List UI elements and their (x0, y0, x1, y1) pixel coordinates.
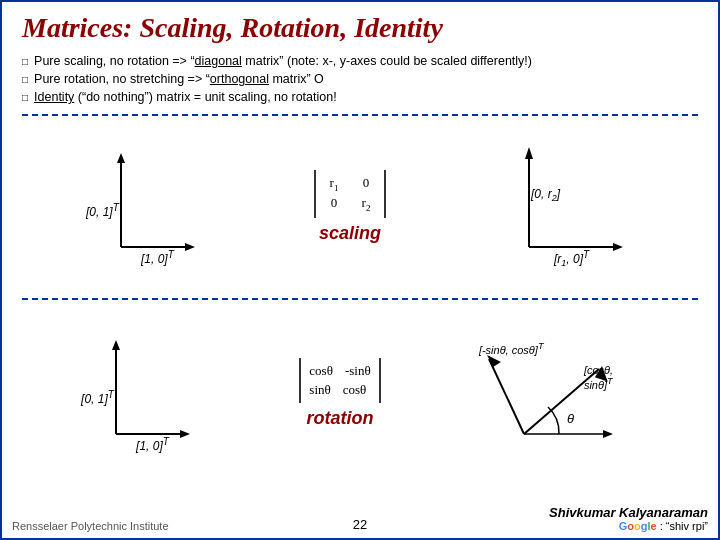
scaling-m00: r1 (324, 174, 344, 194)
rotation-left-y-label: [0, 1]T (81, 389, 114, 406)
google-o2: o (634, 520, 641, 532)
rotation-left-x-label: [1, 0]T (136, 436, 169, 453)
diagrams-area: [0, 1]T [1, 0]T r1 0 0 r2 (22, 122, 698, 481)
rotation-matrix-row2: sinθ cosθ (309, 381, 370, 399)
footer: Rensselaer Polytechnic Institute 22 Shiv… (12, 505, 708, 532)
bullet-text-1: Pure scaling, no rotation => “diagonal m… (34, 54, 532, 68)
svg-marker-5 (525, 147, 533, 159)
bullet-1: □ Pure scaling, no rotation => “diagonal… (22, 52, 698, 70)
bullet-text-3: Identity (“do nothing”) matrix = unit sc… (34, 90, 337, 104)
scaling-m10: 0 (324, 194, 344, 214)
slide: Matrices: Scaling, Rotation, Identity □ … (0, 0, 720, 540)
google-e: e (651, 520, 657, 532)
institute-label: Rensselaer Polytechnic Institute (12, 520, 169, 532)
svg-line-14 (489, 359, 524, 434)
author-info: Shivkumar Kalyanaraman Google : “shiv rp… (549, 505, 708, 532)
svg-marker-1 (117, 153, 125, 163)
svg-marker-11 (180, 430, 190, 438)
rotation-m01: -sinθ (345, 362, 371, 380)
divider-middle (22, 298, 698, 300)
nothing-word: nothing (104, 90, 145, 104)
divider-top (22, 114, 698, 116)
scaling-section: [0, 1]T [1, 0]T r1 0 0 r2 (22, 122, 698, 292)
rotation-right-diagram: [-sinθ, cosθ]T [cosθ, sinθ]T θ (479, 329, 639, 459)
svg-marker-9 (112, 340, 120, 350)
bullet-3: □ Identity (“do nothing”) matrix = unit … (22, 88, 698, 106)
rotation-label: rotation (306, 408, 373, 429)
bullet-icon-3: □ (22, 92, 28, 103)
scaling-matrix-container: r1 0 0 r2 scaling (314, 170, 386, 244)
rotation-matrix-box: cosθ -sinθ sinθ cosθ (299, 358, 380, 402)
slide-title: Matrices: Scaling, Rotation, Identity (22, 12, 698, 44)
google-label: Google : “shiv rpi” (549, 520, 708, 532)
page-number: 22 (353, 517, 367, 532)
scaling-matrix-row1: r1 0 (324, 174, 376, 194)
rotation-matrix-row1: cosθ -sinθ (309, 362, 370, 380)
rotation-section: [0, 1]T [1, 0]T cosθ -sinθ sinθ cosθ (22, 306, 698, 481)
scaling-left-x-label: [1, 0]T (141, 249, 174, 266)
scaling-matrix-box: r1 0 0 r2 (314, 170, 386, 218)
svg-marker-7 (613, 243, 623, 251)
bullet-text-2: Pure rotation, no stretching => “orthogo… (34, 72, 324, 86)
bullet-2: □ Pure rotation, no stretching => “ortho… (22, 70, 698, 88)
scaling-label: scaling (319, 223, 381, 244)
rotation-m00: cosθ (309, 362, 333, 380)
rotation-right-y-label: [-sinθ, cosθ]T (479, 341, 544, 356)
rotation-matrix-container: cosθ -sinθ sinθ cosθ rotation (299, 358, 380, 428)
svg-marker-17 (603, 430, 613, 438)
scaling-diagrams: [0, 1]T [1, 0]T r1 0 0 r2 (22, 147, 698, 267)
rotation-right-x-label: [cosθ, sinθ]T (584, 364, 639, 391)
rotation-m10: sinθ (309, 381, 330, 399)
rotation-m11: cosθ (343, 381, 367, 399)
scaling-left-y-label: [0, 1]T (86, 202, 119, 219)
theta-label: θ (567, 411, 574, 426)
svg-marker-3 (185, 243, 195, 251)
bullet-icon-1: □ (22, 56, 28, 67)
scaling-matrix-row2: 0 r2 (324, 194, 376, 214)
scaling-m11: r2 (356, 194, 376, 214)
scaling-right-y-label: [0, r2] (531, 187, 560, 203)
scaling-right-diagram: [0, r2] [r1, 0]T (494, 147, 634, 267)
bullet-icon-2: □ (22, 74, 28, 85)
scaling-left-diagram: [0, 1]T [1, 0]T (86, 147, 206, 267)
rotation-diagrams: [0, 1]T [1, 0]T cosθ -sinθ sinθ cosθ (22, 329, 698, 459)
scaling-right-x-label: [r1, 0]T (554, 249, 589, 268)
scaling-m01: 0 (356, 174, 376, 194)
google-o1: o (627, 520, 634, 532)
author-name: Shivkumar Kalyanaraman (549, 505, 708, 520)
rotation-left-diagram: [0, 1]T [1, 0]T (81, 334, 201, 454)
bullet-list: □ Pure scaling, no rotation => “diagonal… (22, 52, 698, 106)
google-g: G (619, 520, 628, 532)
